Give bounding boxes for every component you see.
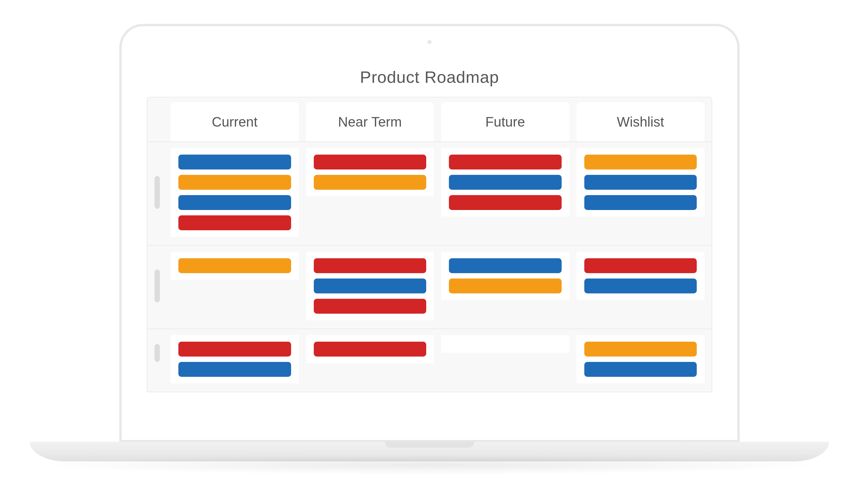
column-header[interactable]: Current xyxy=(170,102,299,141)
roadmap-board: CurrentNear TermFutureWishlist xyxy=(147,97,712,392)
column-cell[interactable] xyxy=(576,148,705,217)
roadmap-card[interactable] xyxy=(178,258,291,273)
roadmap-row xyxy=(147,142,712,246)
laptop-frame: Product Roadmap CurrentNear TermFutureWi… xyxy=(119,24,740,442)
roadmap-card[interactable] xyxy=(449,279,562,294)
column-cell[interactable] xyxy=(441,148,569,217)
roadmap-card[interactable] xyxy=(449,258,562,273)
row-drag-handle[interactable] xyxy=(154,176,160,209)
screen: Product Roadmap CurrentNear TermFutureWi… xyxy=(142,56,717,440)
column-cell[interactable] xyxy=(306,335,434,363)
column-header-row: CurrentNear TermFutureWishlist xyxy=(147,97,712,142)
column-cell[interactable] xyxy=(306,148,434,196)
column-cell[interactable] xyxy=(576,335,705,383)
roadmap-row xyxy=(147,246,712,329)
row-gutter xyxy=(147,335,170,383)
column-cell[interactable] xyxy=(441,335,569,353)
column-cell[interactable] xyxy=(306,252,434,320)
page-title: Product Roadmap xyxy=(142,56,717,97)
row-gutter xyxy=(147,252,170,320)
column-cell[interactable] xyxy=(170,252,299,280)
column-cell[interactable] xyxy=(441,252,569,300)
roadmap-card[interactable] xyxy=(584,342,697,357)
roadmap-card[interactable] xyxy=(584,175,697,190)
column-cell[interactable] xyxy=(576,252,705,300)
camera-icon xyxy=(427,40,432,44)
column-cell[interactable] xyxy=(170,335,299,383)
roadmap-card[interactable] xyxy=(178,342,291,357)
roadmap-row xyxy=(147,329,712,392)
roadmap-card[interactable] xyxy=(178,362,291,377)
roadmap-card[interactable] xyxy=(449,195,562,210)
laptop-base xyxy=(30,442,829,474)
roadmap-card[interactable] xyxy=(449,175,562,190)
row-gutter xyxy=(147,148,170,237)
roadmap-card[interactable] xyxy=(314,175,426,190)
roadmap-card[interactable] xyxy=(584,195,697,210)
roadmap-card[interactable] xyxy=(314,258,426,273)
row-drag-handle[interactable] xyxy=(154,270,160,302)
roadmap-card[interactable] xyxy=(178,155,291,170)
column-header[interactable]: Future xyxy=(441,102,569,141)
roadmap-card[interactable] xyxy=(314,299,426,314)
laptop-shadow xyxy=(51,456,808,474)
roadmap-card[interactable] xyxy=(314,279,426,294)
roadmap-card[interactable] xyxy=(584,279,697,294)
row-drag-handle[interactable] xyxy=(154,344,160,362)
roadmap-card[interactable] xyxy=(178,195,291,210)
column-cell[interactable] xyxy=(170,148,299,237)
trackpad-notch xyxy=(385,442,474,448)
roadmap-card[interactable] xyxy=(314,342,426,357)
row-gutter xyxy=(147,97,170,141)
roadmap-card[interactable] xyxy=(449,155,562,170)
column-header[interactable]: Wishlist xyxy=(576,102,705,141)
column-header[interactable]: Near Term xyxy=(306,102,434,141)
roadmap-card[interactable] xyxy=(314,155,426,170)
roadmap-card[interactable] xyxy=(178,215,291,230)
laptop-lid: Product Roadmap CurrentNear TermFutureWi… xyxy=(119,24,740,442)
roadmap-card[interactable] xyxy=(584,258,697,273)
roadmap-card[interactable] xyxy=(178,175,291,190)
roadmap-card[interactable] xyxy=(584,155,697,170)
roadmap-card[interactable] xyxy=(584,362,697,377)
